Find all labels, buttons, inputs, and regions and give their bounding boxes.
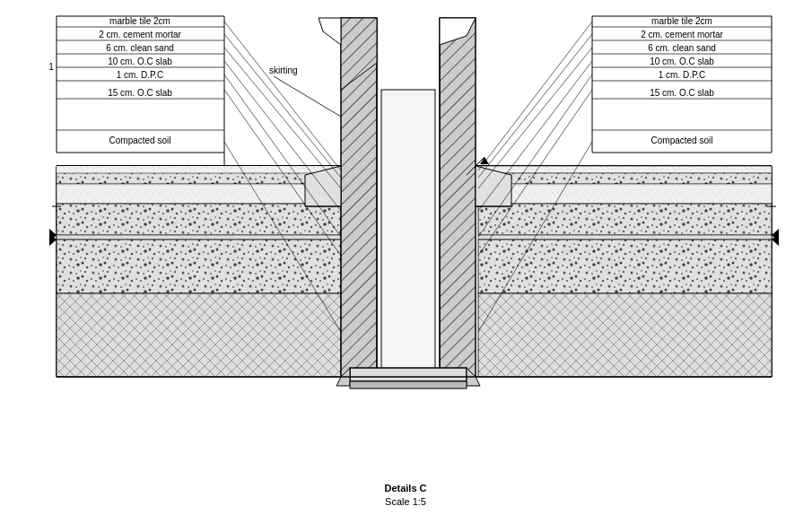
skirting-label: skirting xyxy=(269,66,298,75)
drawing-container: marble tile 2cm 2 cm. cement mortar 6 cm… xyxy=(0,0,812,524)
svg-rect-69 xyxy=(57,166,341,173)
right-label-1: 2 cm. cement mortar xyxy=(641,30,723,39)
svg-rect-71 xyxy=(57,184,341,204)
svg-rect-80 xyxy=(478,235,772,240)
left-label-5: 15 cm. O.C slab xyxy=(108,88,172,98)
left-label-0: marble tile 2cm xyxy=(109,16,170,26)
row-number: 1 xyxy=(48,62,54,72)
right-label-0: marble tile 2cm xyxy=(651,16,712,26)
svg-rect-74 xyxy=(57,240,341,293)
svg-rect-76 xyxy=(478,166,772,173)
right-label-6: Compacted soil xyxy=(651,135,713,145)
svg-rect-77 xyxy=(478,173,772,184)
left-label-1: 2 cm. cement mortar xyxy=(99,30,181,39)
svg-rect-96 xyxy=(350,381,467,389)
svg-rect-73 xyxy=(57,235,341,240)
svg-rect-82 xyxy=(478,293,772,377)
svg-rect-78 xyxy=(478,184,772,204)
right-label-2: 6 cm. clean sand xyxy=(648,43,716,53)
left-label-6: Compacted soil xyxy=(109,135,171,145)
scale: Scale 1:5 xyxy=(385,496,426,507)
svg-rect-93 xyxy=(350,368,467,381)
caption: Details C xyxy=(384,483,426,493)
right-label-4: 1 cm. D.P.C xyxy=(659,70,706,80)
svg-rect-84 xyxy=(440,18,476,377)
svg-rect-87 xyxy=(381,90,435,377)
svg-rect-79 xyxy=(478,204,772,235)
svg-rect-81 xyxy=(478,240,772,293)
svg-rect-70 xyxy=(57,173,341,184)
svg-rect-72 xyxy=(57,204,341,235)
right-label-5: 15 cm. O.C slab xyxy=(650,88,714,98)
right-label-3: 10 cm. O.C slab xyxy=(650,57,714,66)
svg-rect-75 xyxy=(57,293,341,377)
left-label-3: 10 cm. O.C slab xyxy=(108,57,172,66)
left-label-2: 6 cm. clean sand xyxy=(106,43,174,53)
left-label-4: 1 cm. D.P.C xyxy=(117,70,164,80)
